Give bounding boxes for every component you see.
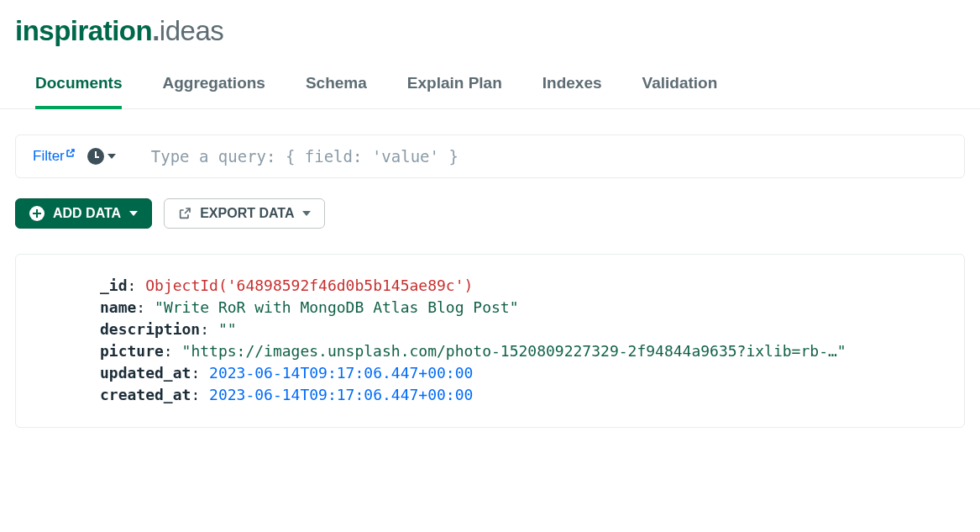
database-name: inspiration: [15, 15, 152, 46]
tab-bar: Documents Aggregations Schema Explain Pl…: [0, 49, 980, 109]
query-history-button[interactable]: [87, 148, 116, 165]
chevron-down-icon: [107, 154, 116, 159]
external-link-icon: [66, 148, 76, 158]
doc-field-description: description: "": [100, 319, 947, 340]
tab-documents[interactable]: Documents: [35, 74, 122, 109]
chevron-down-icon: [302, 211, 311, 216]
tab-aggregations[interactable]: Aggregations: [162, 74, 265, 108]
export-icon: [178, 207, 191, 220]
tab-schema[interactable]: Schema: [306, 74, 367, 108]
tab-indexes[interactable]: Indexes: [542, 74, 602, 108]
query-input[interactable]: [128, 147, 947, 166]
tab-validation[interactable]: Validation: [642, 74, 718, 108]
doc-field-picture: picture: "https://images.unsplash.com/ph…: [100, 340, 947, 362]
tab-explain-plan[interactable]: Explain Plan: [407, 74, 502, 108]
add-data-label: ADD DATA: [53, 206, 121, 221]
export-data-label: EXPORT DATA: [200, 206, 294, 221]
filter-link[interactable]: Filter: [33, 148, 76, 165]
doc-field-updated-at: updated_at: 2023-06-14T09:17:06.447+00:0…: [100, 362, 947, 384]
filter-link-label: Filter: [33, 148, 65, 165]
document-card[interactable]: _id: ObjectId('64898592f46d0b5b145ae89c'…: [15, 254, 965, 428]
clock-icon: [87, 148, 104, 165]
collection-title: inspiration.ideas: [0, 0, 980, 49]
chevron-down-icon: [129, 211, 138, 216]
action-row: ADD DATA EXPORT DATA: [15, 198, 965, 229]
collection-name: ideas: [160, 15, 223, 46]
doc-field-created-at: created_at: 2023-06-14T09:17:06.447+00:0…: [100, 384, 947, 406]
doc-field-name: name: "Write RoR with MongoDB Atlas Blog…: [100, 297, 947, 319]
plus-circle-icon: [29, 206, 45, 221]
dot-separator: .: [152, 15, 160, 46]
export-data-button[interactable]: EXPORT DATA: [164, 198, 325, 229]
filter-bar: Filter: [15, 134, 965, 178]
doc-field-id: _id: ObjectId('64898592f46d0b5b145ae89c'…: [100, 275, 947, 297]
add-data-button[interactable]: ADD DATA: [15, 198, 152, 229]
